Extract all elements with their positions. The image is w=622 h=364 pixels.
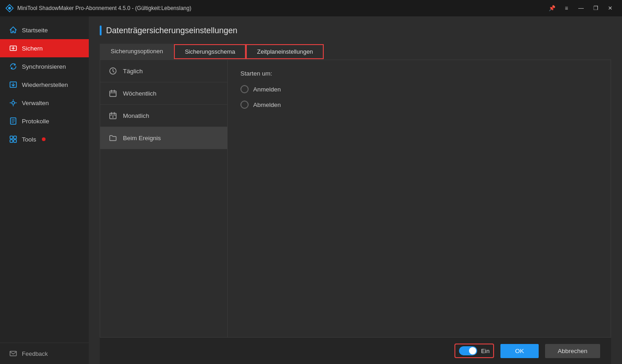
title-bar-left: MiniTool ShadowMaker Pro-Abonnement 4.5.… xyxy=(5,4,191,12)
backup-icon xyxy=(9,44,17,52)
svg-rect-9 xyxy=(10,136,13,139)
sidebar-label-protokolle: Protokolle xyxy=(22,118,49,125)
sidebar-label-tools: Tools xyxy=(22,136,36,143)
toggle-thumb xyxy=(469,347,476,354)
list-label-woechentlich: Wöchentlich xyxy=(123,90,157,97)
ok-button[interactable]: OK xyxy=(500,344,539,358)
starten-label: Starten um: xyxy=(240,70,598,77)
feedback-button[interactable]: Feedback xyxy=(0,343,89,364)
title-bar-controls: 📌 ≡ — ❐ ✕ xyxy=(546,3,617,13)
title-bar-text: MiniTool ShadowMaker Pro-Abonnement 4.5.… xyxy=(17,5,191,11)
radio-abmelden[interactable]: Abmelden xyxy=(240,101,598,109)
svg-rect-12 xyxy=(14,140,16,142)
svg-rect-13 xyxy=(10,351,16,356)
feedback-label: Feedback xyxy=(22,350,48,357)
calendar-month-icon xyxy=(108,111,117,120)
radio-anmelden-label: Anmelden xyxy=(253,86,281,93)
title-bar: MiniTool ShadowMaker Pro-Abonnement 4.5.… xyxy=(0,0,622,16)
sidebar-label-synchronisieren: Synchronisieren xyxy=(22,63,66,70)
sidebar-label-wiederherstellen: Wiederherstellen xyxy=(22,81,68,88)
sidebar-item-verwalten[interactable]: Verwalten xyxy=(0,94,89,112)
radio-abmelden-circle xyxy=(240,101,249,109)
svg-rect-16 xyxy=(110,113,116,119)
svg-rect-10 xyxy=(14,136,16,139)
main-content: Datenträgersicherungseinstellungen Siche… xyxy=(89,16,622,364)
sidebar-item-tools[interactable]: Tools xyxy=(0,130,89,148)
sidebar-label-startseite: Startseite xyxy=(22,27,48,34)
app-logo-icon xyxy=(5,4,14,12)
mail-icon xyxy=(9,349,17,358)
sync-icon xyxy=(9,62,17,71)
log-icon xyxy=(9,117,17,125)
restore-icon xyxy=(9,81,17,89)
restore-button[interactable]: ❐ xyxy=(589,3,602,13)
radio-abmelden-label: Abmelden xyxy=(253,101,281,108)
list-item-beim-ereignis[interactable]: Beim Ereignis xyxy=(100,127,227,149)
svg-rect-11 xyxy=(10,140,13,142)
enable-toggle[interactable] xyxy=(459,346,477,355)
sidebar-item-sichern[interactable]: Sichern xyxy=(0,39,89,57)
page-title-row: Datenträgersicherungseinstellungen xyxy=(100,25,611,35)
sidebar: Startseite Sichern xyxy=(0,16,89,364)
page-title-accent-bar xyxy=(100,25,102,35)
svg-rect-15 xyxy=(110,91,116,96)
list-label-taeglich: Täglich xyxy=(123,68,143,75)
minimize-button[interactable]: — xyxy=(575,3,587,13)
close-button[interactable]: ✕ xyxy=(604,3,617,13)
app-body: Startseite Sichern xyxy=(0,16,622,364)
svg-point-4 xyxy=(12,101,15,104)
sidebar-label-verwalten: Verwalten xyxy=(22,100,49,106)
clock-icon xyxy=(108,66,117,76)
sidebar-item-wiederherstellen[interactable]: Wiederherstellen xyxy=(0,76,89,94)
manage-icon xyxy=(9,99,17,107)
radio-anmelden-circle xyxy=(240,85,249,93)
page-title: Datenträgersicherungseinstellungen xyxy=(106,26,237,35)
list-item-monatlich[interactable]: Monatlich xyxy=(100,105,227,127)
tools-notification-dot xyxy=(42,137,46,141)
tab-zeitplaneinstellungen[interactable]: Zeitplaneinstellungen xyxy=(246,44,324,59)
sidebar-item-protokolle[interactable]: Protokolle xyxy=(0,112,89,130)
list-label-monatlich: Monatlich xyxy=(123,112,149,119)
svg-point-1 xyxy=(8,7,11,10)
list-item-woechentlich[interactable]: Wöchentlich xyxy=(100,82,227,105)
schedule-settings-panel: Starten um: Anmelden Abmelden xyxy=(228,60,611,337)
sidebar-nav: Startseite Sichern xyxy=(0,16,89,343)
svg-point-17 xyxy=(112,116,114,118)
bottom-bar: Ein OK Abbrechen xyxy=(100,338,611,364)
list-label-beim-ereignis: Beim Ereignis xyxy=(123,135,161,142)
toggle-label: Ein xyxy=(481,348,489,354)
radio-anmelden[interactable]: Anmelden xyxy=(240,85,598,93)
folder-icon xyxy=(108,133,117,142)
sidebar-label-sichern: Sichern xyxy=(22,45,43,52)
tools-icon xyxy=(9,135,17,143)
main-panel: Täglich Wöchentlich xyxy=(100,60,611,338)
home-icon xyxy=(9,26,17,34)
schedule-type-list: Täglich Wöchentlich xyxy=(100,60,228,337)
tab-sicherungsschema[interactable]: Sicherungsschema xyxy=(174,44,246,59)
sidebar-item-startseite[interactable]: Startseite xyxy=(0,21,89,39)
toggle-wrapper[interactable]: Ein xyxy=(454,344,494,358)
cancel-button[interactable]: Abbrechen xyxy=(545,344,600,358)
list-item-taeglich[interactable]: Täglich xyxy=(100,60,227,82)
tab-sicherungsoptionen[interactable]: Sicherungsoptionen xyxy=(100,44,174,60)
sidebar-item-synchronisieren[interactable]: Synchronisieren xyxy=(0,57,89,76)
tab-bar: Sicherungsoptionen Sicherungsschema Zeit… xyxy=(100,44,611,60)
menu-button[interactable]: ≡ xyxy=(560,3,573,13)
pin-button[interactable]: 📌 xyxy=(546,3,558,13)
calendar-week-icon xyxy=(108,89,117,98)
